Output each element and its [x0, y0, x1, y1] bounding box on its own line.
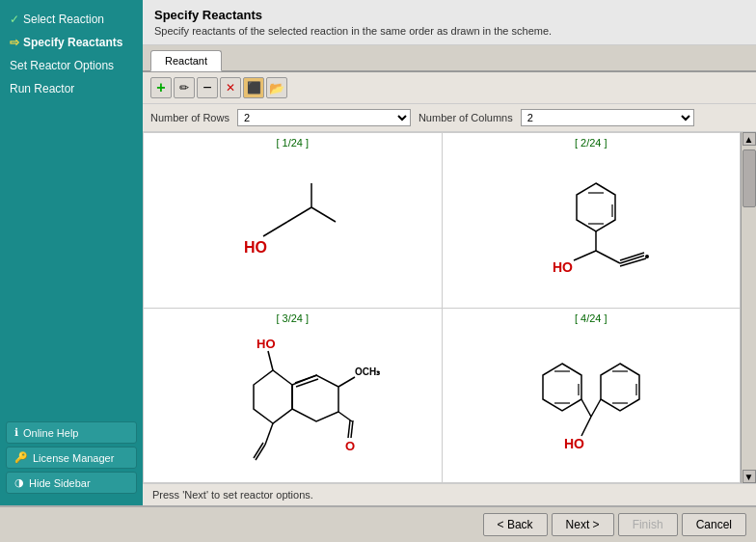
- hide-sidebar-button[interactable]: ◑ Hide Sidebar: [6, 472, 137, 494]
- vertical-scrollbar[interactable]: ▲ ▼: [741, 132, 756, 483]
- svg-text:HO: HO: [256, 337, 276, 351]
- molecule-drawing-4: HO: [446, 326, 737, 479]
- content-header: Specify Reactants Specify reactants of t…: [143, 0, 756, 45]
- row-col-bar: Number of Rows 21345 Number of Columns 2…: [143, 104, 756, 132]
- cols-label: Number of Columns: [418, 112, 513, 123]
- sidebar: ✓ Select Reaction ⇨ Specify Reactants Se…: [0, 0, 143, 505]
- scroll-thumb[interactable]: [742, 149, 756, 207]
- scroll-up-button[interactable]: ▲: [742, 132, 756, 146]
- status-text: Press 'Next' to set reactor options.: [152, 489, 313, 501]
- main-content: Specify Reactants Specify reactants of t…: [143, 0, 756, 505]
- svg-text:OCH₃: OCH₃: [355, 366, 380, 377]
- molecule-label-2: [ 2/24 ]: [575, 137, 608, 149]
- molecule-drawing-2: HO: [446, 150, 737, 304]
- molecule-cell-2: [ 2/24 ] HO: [443, 133, 742, 309]
- add-button[interactable]: +: [150, 77, 172, 98]
- tab-reactant[interactable]: Reactant: [150, 50, 222, 71]
- svg-text:O: O: [345, 439, 355, 453]
- cols-select[interactable]: 21345: [521, 109, 694, 126]
- page-description: Specify reactants of the selected reacti…: [154, 25, 744, 37]
- molecule-drawing-3: O OCH₃ HO: [148, 326, 438, 479]
- sidebar-item-label: Select Reaction: [23, 13, 104, 26]
- sidebar-bottom: ℹ Online Help 🔑 License Manager ◑ Hide S…: [0, 418, 143, 498]
- next-button[interactable]: Next >: [552, 513, 614, 536]
- molecule-cell-4: [ 4/24 ]: [443, 309, 742, 484]
- footer: < Back Next > Finish Cancel: [0, 505, 756, 542]
- svg-point-16: [645, 255, 649, 258]
- molecule-label-3: [ 3/24 ]: [276, 312, 309, 324]
- sidebar-item-specify-reactants[interactable]: ⇨ Specify Reactants: [0, 31, 143, 54]
- status-bar: Press 'Next' to set reactor options.: [143, 483, 756, 505]
- license-manager-button[interactable]: 🔑 License Manager: [6, 447, 137, 469]
- svg-line-19: [295, 375, 317, 383]
- svg-line-12: [596, 251, 620, 263]
- online-help-button[interactable]: ℹ Online Help: [6, 421, 137, 444]
- scroll-down-button[interactable]: ▼: [742, 470, 756, 483]
- molecule-grid: [ 1/24 ] HO: [143, 132, 741, 483]
- delete-button[interactable]: ✕: [220, 77, 241, 98]
- molecule-drawing-1: HO: [148, 150, 438, 304]
- key-icon: 🔑: [14, 451, 28, 464]
- svg-line-25: [338, 377, 355, 387]
- edit-button[interactable]: ✏: [174, 77, 195, 98]
- rows-label: Number of Rows: [150, 112, 230, 123]
- svg-text:HO: HO: [564, 436, 584, 451]
- molecule-grid-container: [ 1/24 ] HO: [143, 132, 756, 483]
- page-title: Specify Reactants: [154, 8, 744, 22]
- svg-line-10: [574, 251, 596, 260]
- svg-line-27: [268, 351, 273, 370]
- back-button[interactable]: < Back: [483, 513, 548, 536]
- svg-text:HO: HO: [553, 259, 573, 275]
- svg-line-29: [265, 423, 273, 445]
- svg-marker-32: [543, 364, 581, 411]
- svg-marker-17: [254, 370, 292, 423]
- sidebar-item-label: Run Reactor: [10, 82, 74, 95]
- checkmark-icon: ✓: [10, 13, 19, 26]
- sidebar-item-set-reactor-options[interactable]: Set Reactor Options: [0, 54, 143, 77]
- svg-line-23: [351, 420, 353, 438]
- info-icon: ℹ: [14, 426, 18, 439]
- svg-line-20: [296, 379, 318, 387]
- molecule-cell-3: [ 3/24 ]: [144, 309, 443, 484]
- svg-line-42: [581, 417, 591, 436]
- svg-text:HO: HO: [244, 239, 267, 256]
- svg-line-3: [263, 222, 287, 236]
- svg-line-22: [348, 420, 350, 438]
- copy-button[interactable]: ⬛: [243, 77, 264, 98]
- toolbar: + ✏ − ✕ ⬛ 📂: [143, 72, 756, 104]
- svg-line-0: [287, 207, 311, 222]
- folder-button[interactable]: 📂: [266, 77, 287, 98]
- svg-marker-36: [601, 364, 639, 411]
- circle-icon: ◑: [14, 476, 24, 489]
- svg-line-1: [311, 207, 336, 222]
- sidebar-item-label: Specify Reactants: [23, 36, 122, 49]
- molecule-label-1: [ 1/24 ]: [276, 137, 309, 149]
- cancel-button[interactable]: Cancel: [682, 513, 746, 536]
- molecule-cell-1: [ 1/24 ] HO: [144, 133, 443, 309]
- finish-button[interactable]: Finish: [618, 513, 678, 536]
- svg-line-41: [591, 399, 601, 417]
- rows-select[interactable]: 21345: [237, 109, 411, 126]
- sidebar-item-select-reaction[interactable]: ✓ Select Reaction: [0, 8, 143, 31]
- tab-bar: Reactant: [143, 45, 756, 72]
- sidebar-item-label: Set Reactor Options: [10, 59, 114, 72]
- svg-line-40: [581, 399, 591, 417]
- molecule-label-4: [ 4/24 ]: [575, 312, 608, 324]
- svg-line-21: [338, 412, 352, 421]
- remove-button[interactable]: −: [197, 77, 218, 98]
- sidebar-item-run-reactor[interactable]: Run Reactor: [0, 77, 143, 100]
- arrow-icon: ⇨: [10, 36, 19, 49]
